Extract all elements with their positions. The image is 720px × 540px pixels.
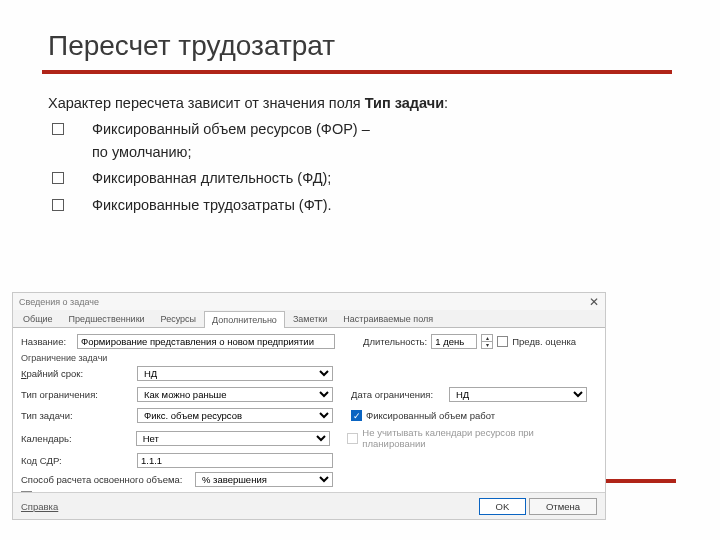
intro-bold: Тип задачи bbox=[365, 95, 444, 111]
deadline-label: Крайний срок: bbox=[21, 368, 133, 379]
bullet-1a: Фиксированный объем ресурсов (ФОР) – bbox=[92, 121, 370, 137]
ev-select[interactable]: % завершения bbox=[195, 472, 333, 487]
intro-line: Характер пересчета зависит от значения п… bbox=[48, 92, 650, 114]
duration-stepper[interactable]: ▴ ▾ bbox=[481, 334, 493, 349]
bullet-1b: по умолчанию; bbox=[92, 144, 192, 160]
ignore-cal-label: Не учитывать календари ресурсов при план… bbox=[362, 427, 597, 449]
tab-custom-fields[interactable]: Настраиваемые поля bbox=[335, 310, 441, 327]
constraint-date-select[interactable]: НД bbox=[449, 387, 587, 402]
bullet-3: Фиксированные трудозатраты (ФТ). bbox=[48, 194, 650, 216]
bullet-2: Фиксированная длительность (ФД); bbox=[48, 167, 650, 189]
wbs-label: Код СДР: bbox=[21, 455, 133, 466]
dialog-tabs: Общие Предшественники Ресурсы Дополнител… bbox=[13, 310, 605, 328]
tab-advanced[interactable]: Дополнительно bbox=[204, 311, 285, 328]
dialog-panel: Название: Длительность: ▴ ▾ Предв. оценк… bbox=[13, 328, 605, 502]
body-text: Характер пересчета зависит от значения п… bbox=[0, 92, 720, 216]
slide-title: Пересчет трудозатрат bbox=[0, 0, 720, 70]
constraint-type-label: Тип ограничения: bbox=[21, 389, 133, 400]
tab-notes[interactable]: Заметки bbox=[285, 310, 335, 327]
prelim-checkbox[interactable] bbox=[497, 336, 508, 347]
title-underline bbox=[42, 70, 672, 74]
ignore-cal-checkbox bbox=[347, 433, 358, 444]
calendar-select[interactable]: Нет bbox=[136, 431, 330, 446]
task-type-select[interactable]: Фикс. объем ресурсов bbox=[137, 408, 333, 423]
constraint-date-label: Дата ограничения: bbox=[351, 389, 445, 400]
cancel-button[interactable]: Отмена bbox=[529, 498, 597, 515]
fixed-work-checkbox[interactable]: ✓ bbox=[351, 410, 362, 421]
calendar-label: Календарь: bbox=[21, 433, 132, 444]
intro-post: : bbox=[444, 95, 448, 111]
tab-predecessors[interactable]: Предшественники bbox=[61, 310, 153, 327]
close-icon[interactable]: ✕ bbox=[589, 295, 599, 309]
dialog-footer: Справка OK Отмена bbox=[13, 492, 605, 519]
duration-input[interactable] bbox=[431, 334, 477, 349]
fixed-work-label: Фиксированный объем работ bbox=[366, 410, 495, 421]
prelim-label: Предв. оценка bbox=[512, 336, 576, 347]
name-input[interactable] bbox=[77, 334, 335, 349]
tab-resources[interactable]: Ресурсы bbox=[153, 310, 205, 327]
constraint-group-title: Ограничение задачи bbox=[21, 353, 597, 363]
help-link[interactable]: Справка bbox=[21, 501, 58, 512]
ev-label: Способ расчета освоенного объема: bbox=[21, 474, 191, 485]
deadline-select[interactable]: НД bbox=[137, 366, 333, 381]
dialog-caption: Сведения о задаче bbox=[19, 297, 99, 307]
name-label: Название: bbox=[21, 336, 73, 347]
ok-button[interactable]: OK bbox=[479, 498, 527, 515]
bullet-1: Фиксированный объем ресурсов (ФОР) – по … bbox=[48, 118, 650, 163]
tab-general[interactable]: Общие bbox=[15, 310, 61, 327]
wbs-input[interactable] bbox=[137, 453, 333, 468]
task-info-dialog: Сведения о задаче ✕ Общие Предшественник… bbox=[12, 292, 606, 520]
dialog-titlebar: Сведения о задаче ✕ bbox=[13, 293, 605, 310]
task-type-label: Тип задачи: bbox=[21, 410, 133, 421]
constraint-type-select[interactable]: Как можно раньше bbox=[137, 387, 333, 402]
duration-label: Длительность: bbox=[363, 336, 427, 347]
intro-pre: Характер пересчета зависит от значения п… bbox=[48, 95, 365, 111]
